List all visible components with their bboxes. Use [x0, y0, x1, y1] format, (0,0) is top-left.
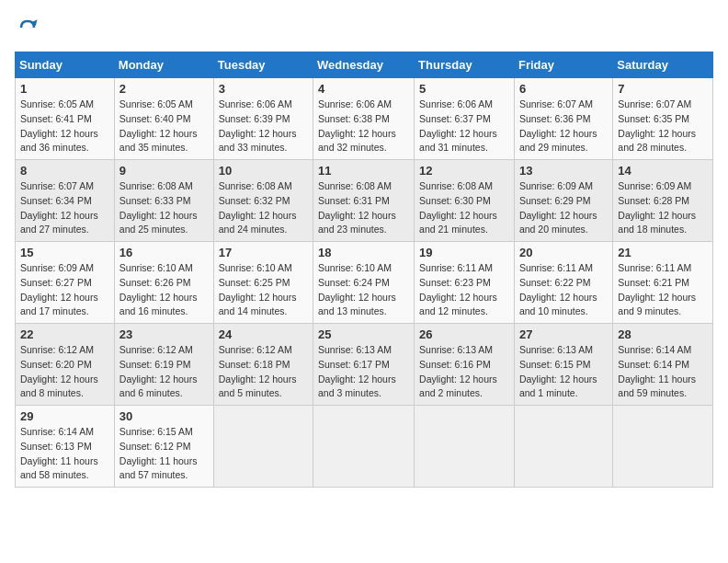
day-number: 13 — [519, 164, 608, 178]
day-number: 1 — [20, 82, 109, 96]
calendar-cell: 25Sunrise: 6:13 AMSunset: 6:17 PMDayligh… — [313, 324, 415, 406]
calendar-cell: 20Sunrise: 6:11 AMSunset: 6:22 PMDayligh… — [514, 242, 612, 324]
day-number: 18 — [318, 246, 409, 259]
calendar-cell: 6Sunrise: 6:07 AMSunset: 6:36 PMDaylight… — [514, 78, 612, 160]
day-number: 25 — [318, 327, 409, 341]
calendar-cell: 1Sunrise: 6:05 AMSunset: 6:41 PMDaylight… — [16, 78, 115, 160]
day-number: 26 — [419, 327, 509, 341]
day-number: 4 — [318, 82, 409, 96]
day-number: 30 — [119, 409, 209, 423]
week-row-3: 15Sunrise: 6:09 AMSunset: 6:27 PMDayligh… — [16, 242, 713, 324]
day-info: Sunrise: 6:07 AMSunset: 6:35 PMDaylight:… — [618, 98, 708, 155]
day-number: 29 — [20, 409, 109, 423]
logo-icon — [15, 15, 40, 40]
day-number: 8 — [20, 164, 109, 178]
calendar-cell: 14Sunrise: 6:09 AMSunset: 6:28 PMDayligh… — [613, 160, 713, 242]
day-number: 16 — [119, 246, 209, 259]
day-info: Sunrise: 6:08 AMSunset: 6:32 PMDaylight:… — [219, 179, 308, 237]
svg-rect-0 — [15, 15, 40, 40]
header — [15, 15, 713, 40]
day-header-monday: Monday — [114, 52, 213, 78]
calendar-cell: 21Sunrise: 6:11 AMSunset: 6:21 PMDayligh… — [613, 242, 713, 324]
day-info: Sunrise: 6:08 AMSunset: 6:31 PMDaylight:… — [318, 179, 409, 237]
week-row-1: 1Sunrise: 6:05 AMSunset: 6:41 PMDaylight… — [16, 78, 713, 160]
day-number: 6 — [519, 82, 608, 96]
calendar-cell: 18Sunrise: 6:10 AMSunset: 6:24 PMDayligh… — [313, 242, 415, 324]
day-number: 22 — [20, 327, 109, 341]
day-number: 5 — [419, 82, 509, 96]
day-info: Sunrise: 6:13 AMSunset: 6:15 PMDaylight:… — [519, 343, 608, 401]
calendar-cell: 9Sunrise: 6:08 AMSunset: 6:33 PMDaylight… — [114, 160, 213, 242]
day-info: Sunrise: 6:08 AMSunset: 6:30 PMDaylight:… — [419, 179, 509, 237]
day-header-tuesday: Tuesday — [213, 52, 313, 78]
day-number: 17 — [219, 246, 308, 259]
calendar-cell — [415, 406, 515, 488]
calendar-cell: 2Sunrise: 6:05 AMSunset: 6:40 PMDaylight… — [114, 78, 213, 160]
day-number: 15 — [20, 246, 109, 259]
day-info: Sunrise: 6:06 AMSunset: 6:39 PMDaylight:… — [219, 98, 308, 155]
day-info: Sunrise: 6:10 AMSunset: 6:26 PMDaylight:… — [119, 261, 209, 319]
calendar-cell: 11Sunrise: 6:08 AMSunset: 6:31 PMDayligh… — [313, 160, 415, 242]
day-info: Sunrise: 6:13 AMSunset: 6:17 PMDaylight:… — [318, 343, 409, 401]
week-row-5: 29Sunrise: 6:14 AMSunset: 6:13 PMDayligh… — [16, 406, 713, 488]
day-header-saturday: Saturday — [613, 52, 713, 78]
day-info: Sunrise: 6:05 AMSunset: 6:40 PMDaylight:… — [119, 98, 209, 155]
calendar-cell: 15Sunrise: 6:09 AMSunset: 6:27 PMDayligh… — [16, 242, 115, 324]
day-info: Sunrise: 6:11 AMSunset: 6:22 PMDaylight:… — [519, 261, 608, 319]
calendar-cell — [313, 406, 415, 488]
calendar-cell: 17Sunrise: 6:10 AMSunset: 6:25 PMDayligh… — [213, 242, 313, 324]
calendar-cell: 28Sunrise: 6:14 AMSunset: 6:14 PMDayligh… — [613, 324, 713, 406]
calendar-cell: 23Sunrise: 6:12 AMSunset: 6:19 PMDayligh… — [114, 324, 213, 406]
calendar-cell: 10Sunrise: 6:08 AMSunset: 6:32 PMDayligh… — [213, 160, 313, 242]
day-number: 14 — [618, 164, 708, 178]
calendar-cell: 27Sunrise: 6:13 AMSunset: 6:15 PMDayligh… — [514, 324, 612, 406]
day-number: 28 — [618, 327, 708, 341]
day-info: Sunrise: 6:09 AMSunset: 6:29 PMDaylight:… — [519, 179, 608, 237]
day-number: 2 — [119, 82, 209, 96]
calendar-cell: 13Sunrise: 6:09 AMSunset: 6:29 PMDayligh… — [514, 160, 612, 242]
day-number: 3 — [219, 82, 308, 96]
day-info: Sunrise: 6:15 AMSunset: 6:12 PMDaylight:… — [119, 425, 209, 483]
day-info: Sunrise: 6:07 AMSunset: 6:36 PMDaylight:… — [519, 98, 608, 155]
day-number: 10 — [219, 164, 308, 178]
day-info: Sunrise: 6:11 AMSunset: 6:21 PMDaylight:… — [618, 261, 708, 319]
day-info: Sunrise: 6:13 AMSunset: 6:16 PMDaylight:… — [419, 343, 509, 401]
calendar-cell: 24Sunrise: 6:12 AMSunset: 6:18 PMDayligh… — [213, 324, 313, 406]
day-number: 9 — [119, 164, 209, 178]
calendar-cell: 12Sunrise: 6:08 AMSunset: 6:30 PMDayligh… — [415, 160, 515, 242]
calendar-cell: 19Sunrise: 6:11 AMSunset: 6:23 PMDayligh… — [415, 242, 515, 324]
day-info: Sunrise: 6:05 AMSunset: 6:41 PMDaylight:… — [20, 98, 109, 155]
calendar-cell — [514, 406, 612, 488]
day-info: Sunrise: 6:12 AMSunset: 6:18 PMDaylight:… — [219, 343, 308, 401]
day-number: 11 — [318, 164, 409, 178]
calendar-cell: 26Sunrise: 6:13 AMSunset: 6:16 PMDayligh… — [415, 324, 515, 406]
calendar-cell: 22Sunrise: 6:12 AMSunset: 6:20 PMDayligh… — [16, 324, 115, 406]
day-number: 20 — [519, 246, 608, 259]
day-number: 21 — [618, 246, 708, 259]
week-row-4: 22Sunrise: 6:12 AMSunset: 6:20 PMDayligh… — [16, 324, 713, 406]
calendar-cell — [613, 406, 713, 488]
logo — [15, 15, 44, 40]
day-header-thursday: Thursday — [415, 52, 515, 78]
day-info: Sunrise: 6:12 AMSunset: 6:19 PMDaylight:… — [119, 343, 209, 401]
calendar-cell: 30Sunrise: 6:15 AMSunset: 6:12 PMDayligh… — [114, 406, 213, 488]
calendar-cell: 4Sunrise: 6:06 AMSunset: 6:38 PMDaylight… — [313, 78, 415, 160]
calendar-table: SundayMondayTuesdayWednesdayThursdayFrid… — [15, 52, 713, 488]
day-info: Sunrise: 6:06 AMSunset: 6:38 PMDaylight:… — [318, 98, 409, 155]
day-number: 27 — [519, 327, 608, 341]
day-info: Sunrise: 6:07 AMSunset: 6:34 PMDaylight:… — [20, 179, 109, 237]
day-header-wednesday: Wednesday — [313, 52, 415, 78]
day-header-friday: Friday — [514, 52, 612, 78]
day-info: Sunrise: 6:14 AMSunset: 6:13 PMDaylight:… — [20, 425, 109, 483]
calendar-cell: 29Sunrise: 6:14 AMSunset: 6:13 PMDayligh… — [16, 406, 115, 488]
days-header-row: SundayMondayTuesdayWednesdayThursdayFrid… — [16, 52, 713, 78]
day-info: Sunrise: 6:10 AMSunset: 6:24 PMDaylight:… — [318, 261, 409, 319]
day-info: Sunrise: 6:11 AMSunset: 6:23 PMDaylight:… — [419, 261, 509, 319]
week-row-2: 8Sunrise: 6:07 AMSunset: 6:34 PMDaylight… — [16, 160, 713, 242]
calendar-cell: 16Sunrise: 6:10 AMSunset: 6:26 PMDayligh… — [114, 242, 213, 324]
day-info: Sunrise: 6:08 AMSunset: 6:33 PMDaylight:… — [119, 179, 209, 237]
calendar-cell: 3Sunrise: 6:06 AMSunset: 6:39 PMDaylight… — [213, 78, 313, 160]
day-number: 24 — [219, 327, 308, 341]
calendar-cell: 5Sunrise: 6:06 AMSunset: 6:37 PMDaylight… — [415, 78, 515, 160]
calendar-cell: 7Sunrise: 6:07 AMSunset: 6:35 PMDaylight… — [613, 78, 713, 160]
